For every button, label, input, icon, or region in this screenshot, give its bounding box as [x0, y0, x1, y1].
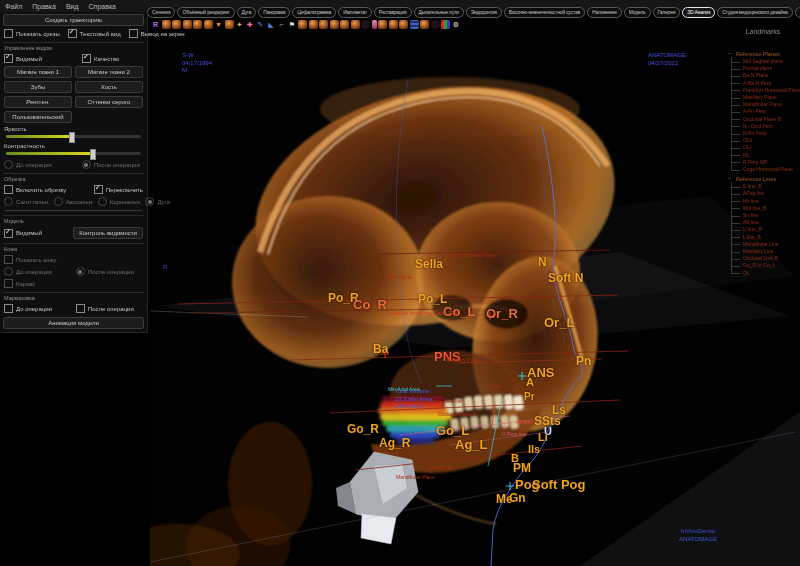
tree-item[interactable]: Mol line_B	[731, 205, 800, 212]
skull-icon[interactable]	[378, 20, 387, 29]
tab-Цефалограмма[interactable]: Цефалограмма	[292, 7, 336, 18]
markup-pre-op-checkbox[interactable]: До операции	[4, 304, 52, 313]
tree-group-Reference Planes[interactable]: Reference Planes	[736, 51, 800, 57]
tab-Студия медицинского дизайна[interactable]: Студия медицинского дизайна	[717, 7, 792, 18]
preset-button-3[interactable]: Кость	[75, 81, 143, 93]
tab-3D Анализ[interactable]: 3D Анализ	[682, 7, 715, 18]
preset-button-2[interactable]: Зубы	[4, 81, 72, 93]
skull-icon[interactable]	[420, 20, 429, 29]
preset-button-1[interactable]: Мягкие ткани 2	[75, 66, 143, 78]
tree-item[interactable]: L line_B	[731, 234, 800, 241]
skull-icon[interactable]	[204, 20, 213, 29]
corner-icon[interactable]: ⌐	[277, 20, 286, 29]
tab-Эндодонтия[interactable]: Эндодонтия	[466, 7, 502, 18]
preset-button-6[interactable]: Пользовательский	[4, 111, 72, 123]
skin-post-op-radio[interactable]: После операции	[76, 267, 134, 276]
preset-button-4[interactable]: Рентген.	[4, 96, 72, 108]
tab-Объёмный рендеринг[interactable]: Объёмный рендеринг	[177, 7, 234, 18]
skull-icon[interactable]	[162, 20, 171, 29]
skull-icon[interactable]	[340, 20, 349, 29]
tree-item[interactable]: Frontal plane	[731, 65, 800, 72]
skull-icon[interactable]	[183, 20, 192, 29]
model-animation-button[interactable]: Анимация модели	[3, 317, 144, 329]
preset-button-0[interactable]: Мягкие ткани 1	[4, 66, 72, 78]
brightness-slider[interactable]	[6, 135, 141, 138]
tree-item[interactable]: R Perp MP	[731, 159, 800, 166]
skull-icon[interactable]	[193, 20, 202, 29]
clip-mode-Корональн.[interactable]: Корональн.	[98, 197, 142, 206]
clip-mode-Аксиальн.[interactable]: Аксиальн.	[54, 197, 94, 206]
ruler-icon[interactable]: ◣	[267, 20, 276, 29]
bar-icon[interactable]	[372, 20, 377, 29]
tree-item[interactable]: Maxillary Plane	[731, 94, 800, 101]
post-op-radio[interactable]: После операции	[82, 160, 140, 169]
tree-item[interactable]: A-Pn Perp	[731, 108, 800, 115]
tab-Отчет[interactable]: Отчет	[795, 7, 800, 18]
tab-Наложение[interactable]: Наложение	[587, 7, 622, 18]
output-checkbox[interactable]: Вывод на экран	[129, 29, 185, 38]
grid-icon[interactable]	[410, 20, 419, 29]
contrast-slider[interactable]	[6, 152, 141, 155]
tree-item[interactable]: U line_B	[731, 226, 800, 233]
3d-viewport[interactable]: S-W 04/17/1994 M ANATOMAGE 04/27/2022 R …	[150, 14, 800, 566]
dot-icon[interactable]	[361, 20, 370, 29]
tree-item[interactable]: E-line_B	[731, 183, 800, 190]
tab-Дуга[interactable]: Дуга	[237, 7, 257, 18]
tree-item[interactable]: OL	[731, 270, 800, 277]
pre-op-radio[interactable]: До операции	[4, 160, 52, 169]
tree-item[interactable]: Frankfort Horizontal Plane (FH)	[731, 87, 800, 94]
tab-Имплантат[interactable]: Имплантат	[338, 7, 372, 18]
tree-group-Reference Lines[interactable]: Reference Lines	[736, 176, 800, 182]
tree-item[interactable]: Ba-N Plane	[731, 72, 800, 79]
tree-item[interactable]: Coga Horizontal Plane	[731, 166, 800, 173]
star-icon[interactable]: ✦	[235, 20, 244, 29]
menu-item-Правка[interactable]: Правка	[32, 3, 56, 10]
skin-wireframe-checkbox[interactable]: Каркас	[4, 279, 35, 288]
tree-item[interactable]: OLs	[731, 137, 800, 144]
skull-icon[interactable]	[399, 20, 408, 29]
skull-icon[interactable]	[389, 20, 398, 29]
tab-Височно-нижнечелюстной сустав[interactable]: Височно-нижнечелюстной сустав	[504, 7, 585, 18]
menu-item-Вид[interactable]: Вид	[66, 3, 79, 10]
menu-item-Справка[interactable]: Справка	[89, 3, 116, 10]
arrow-icon[interactable]: ▼	[214, 20, 223, 29]
tree-item[interactable]: Occlusal Plane B	[731, 116, 800, 123]
tab-Сечения[interactable]: Сечения	[147, 7, 175, 18]
tree-item[interactable]: A-Ba-N Perp	[731, 80, 800, 87]
clip-mode-Дуга[interactable]: Дуга	[145, 197, 170, 206]
gear-icon[interactable]: ⚙	[452, 20, 461, 29]
skull-icon[interactable]	[309, 20, 318, 29]
tab-Панорама[interactable]: Панорама	[258, 7, 290, 18]
dot-icon[interactable]	[431, 20, 440, 29]
flag-icon[interactable]: ⚑	[288, 20, 297, 29]
visible-checkbox[interactable]: Видимый	[4, 54, 42, 63]
skull-icon[interactable]	[225, 20, 234, 29]
skull-icon[interactable]	[172, 20, 181, 29]
r-icon[interactable]: R	[151, 20, 160, 29]
text-view-checkbox[interactable]: Текстовый вид	[68, 29, 121, 38]
tree-item[interactable]: Mid Sagittal plane	[731, 58, 800, 65]
skull-icon[interactable]	[330, 20, 339, 29]
skin-pre-op-radio[interactable]: До операции	[4, 267, 52, 276]
visibility-control-button[interactable]: Контроль видимости	[73, 227, 143, 239]
tree-item[interactable]: ML	[731, 152, 800, 159]
pencil-icon[interactable]: ✎	[256, 20, 265, 29]
cross-icon[interactable]: ✚	[246, 20, 255, 29]
skull-icon[interactable]	[298, 20, 307, 29]
tree-item[interactable]: Occlusal Line B	[731, 255, 800, 262]
model-visible-checkbox[interactable]: Видимый	[4, 229, 42, 238]
tree-item[interactable]: N - Occl Perp	[731, 123, 800, 130]
preset-button-5[interactable]: Оттенки серого	[75, 96, 143, 108]
flip-clipping-checkbox[interactable]: Переключить	[94, 185, 143, 194]
tree-item[interactable]: N-Pn Perp	[731, 130, 800, 137]
create-trajectory-button[interactable]: Создать траекторию	[3, 14, 144, 26]
tree-item[interactable]: Maxillary Line	[731, 248, 800, 255]
show-slices-checkbox[interactable]: Показать срезы	[4, 29, 60, 38]
skull-icon[interactable]	[351, 20, 360, 29]
enable-clipping-checkbox[interactable]: Включить обрезку	[4, 185, 66, 194]
tree-item[interactable]: AB line	[731, 219, 800, 226]
quality-checkbox[interactable]: Качество	[82, 54, 119, 63]
tree-item[interactable]: OLi	[731, 144, 800, 151]
tree-item[interactable]: Mandibular Line	[731, 241, 800, 248]
clipping-slider[interactable]	[5, 210, 142, 211]
